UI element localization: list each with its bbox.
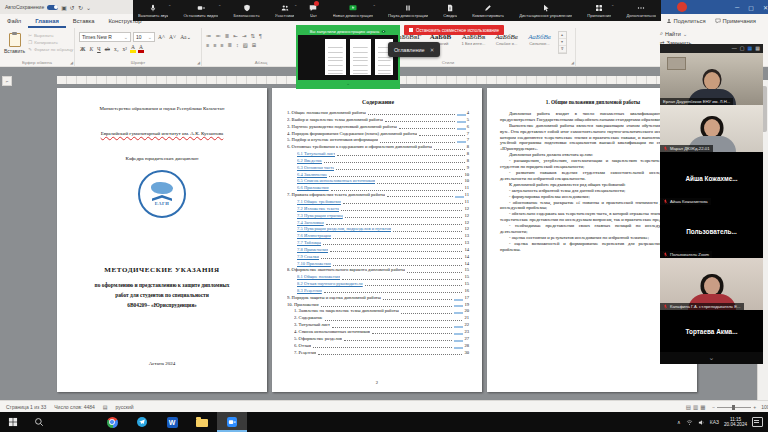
zoom-toolbar-summary-button[interactable]: Сводка [441,0,459,21]
maximize-button[interactable]: ▢ [748,4,754,11]
toc-entry[interactable]: 6.3 Основная часть9 [287,165,469,172]
toc-entry[interactable]: 7. Рецензия30 [287,350,469,357]
chevron-down-icon[interactable]: ⌄ [611,2,614,7]
toc-entry[interactable]: 3. Титульный лист22 [287,322,469,329]
comments-button[interactable]: Примечания [715,18,756,24]
participant-video-strip[interactable]: —▢▦▩ Ерлан Дауренбеков ЕНУ им. Л.Н...Мар… [660,44,763,364]
chevron-down-icon[interactable]: ⌄ [373,2,376,7]
toc-entry[interactable]: 7.4 Заголовки12 [287,220,469,227]
toc-entry[interactable]: 7.5 Нумерация разделов, подразделов и пу… [287,226,469,233]
styles-dialog-launcher-icon[interactable]: ◢ [571,60,574,65]
taskbar-search-button[interactable] [26,412,52,432]
account-avatar[interactable] [677,2,687,12]
document-page-2[interactable]: Содержание 1. Общие положения дипломной … [272,88,482,392]
save-icon[interactable]: ▣ [61,4,67,11]
toc-entry[interactable]: 5. Оформление разделов27 [287,336,469,343]
zoom-toolbar-pause-button[interactable]: Пауза демонстрации [386,0,430,21]
toc-entry[interactable]: 6. Отзыв28 [287,343,469,350]
zoom-toolbar-chat-button[interactable]: Чат [307,0,319,21]
toc-entry[interactable]: 7. Правила оформления текста дипломной р… [287,192,469,199]
toc-entry[interactable]: 5. Подбор и изучение источников информац… [287,137,469,144]
page-count-status[interactable]: Страница 1 из 33 [6,404,46,410]
zoom-toolbar-shield-button[interactable]: Безопасность [231,0,261,21]
underline-button[interactable]: Ч [96,46,102,52]
copy-button[interactable]: ❐Копировать [28,40,73,45]
chevron-down-icon[interactable]: ⌄ [168,2,171,7]
bullet-list-button[interactable]: ≔ [206,33,211,39]
zoom-toolbar-more-button[interactable]: Дополнительно [624,0,657,21]
zoom-out-icon[interactable]: − [712,404,715,410]
zoom-slider-thumb[interactable] [732,405,735,410]
toc-entry[interactable]: 7.1 Общие требования11 [287,199,469,206]
toc-entry[interactable]: 4. Порядок формирования Содержания (план… [287,131,469,138]
toc-entry[interactable]: 9. Порядок защиты и оценка дипломной раб… [287,295,469,302]
toc-entry[interactable]: 8. Оформление окончательного варианта ди… [287,267,469,274]
toc-entry[interactable]: 6.2 Введение8 [287,158,469,165]
zoom-toolbar-remote-control-button[interactable]: Дистанционное управление [517,0,574,21]
font-name-select[interactable]: Times New R⌄ [79,32,131,42]
minimize-button[interactable]: ─ [735,4,739,10]
toc-entry[interactable]: 1. Заявление на закрепление темы дипломн… [287,308,469,315]
superscript-button[interactable]: x² [122,46,128,52]
zoom-toolbar-participants-button[interactable]: Участники⌄ [273,0,297,21]
proofing-icon[interactable]: ▤ [103,404,108,410]
toc-entry[interactable]: 3. Научное руководство подготовкой дипло… [287,124,469,131]
style-gallery-item[interactable]: АаБбВвСильное... [523,31,556,48]
participant-tile[interactable]: Марал ДЮЖд-22-01 [660,105,763,152]
borders-button[interactable]: ⊞ [252,42,257,48]
paste-button[interactable]: Вставить [4,30,25,57]
toc-entry[interactable]: 7.7 Таблицы13 [287,240,469,247]
word-count-status[interactable]: Число слов: 4484 [54,404,95,410]
decrease-indent-button[interactable]: ⇤ [233,33,238,39]
toc-entry[interactable]: 7.2 Изложение текста12 [287,206,469,213]
taskbar-word-button[interactable]: W [157,412,187,432]
toc-entry[interactable]: 7.9 Ссылки14 [287,254,469,261]
cut-button[interactable]: ✂Вырезать [28,33,73,38]
grow-font-button[interactable]: А˄ [157,34,166,40]
multilevel-list-button[interactable]: ≣ [225,33,230,39]
taskbar-zoom-button[interactable] [217,412,247,432]
toc-entry[interactable]: 6.5 Список использованных источников10 [287,178,469,185]
language-indicator[interactable]: КАЗ [710,419,719,425]
toc-entry[interactable]: 8.1 Общие положения15 [287,274,469,281]
align-right-button[interactable]: ≡ [220,42,223,48]
toc-entry[interactable]: 7.3 Нумерация страниц12 [287,213,469,220]
taskbar-chrome-button[interactable] [97,412,127,432]
chevron-down-icon[interactable]: ⌄ [294,2,297,7]
taskbar-clock[interactable]: 11:15 20.04.2024 [724,417,747,428]
language-status[interactable]: русский [116,404,134,410]
toc-entry[interactable]: 8.3 Рецензия16 [287,288,469,295]
align-left-button[interactable]: ≡ [206,42,209,48]
undo-icon[interactable]: ↺ [70,4,75,11]
paragraph-marks-button[interactable]: ¶ [259,33,262,39]
redo-icon[interactable]: ↻ [78,4,83,11]
toc-entry[interactable]: 6. Основные требования к содержанию и оф… [287,144,469,151]
change-case-button[interactable]: Аа⌄ [179,34,192,40]
close-icon[interactable]: ✕ [430,47,435,53]
toc-entry[interactable]: 7.8 Примечания14 [287,247,469,254]
toc-entry[interactable]: 6.6 Приложения11 [287,185,469,192]
sort-button[interactable]: ⇅ [250,33,255,39]
styles-gallery-scroll[interactable]: ▴▾⊽ [558,31,567,54]
toc-entry[interactable]: 2. Содержание21 [287,315,469,322]
strip-restore-icon[interactable]: ▢ [740,44,745,53]
bold-button[interactable]: Ж [79,46,86,52]
view-mode-buttons[interactable]: ▤▥▦ [686,404,708,410]
justify-button[interactable]: ≣ [227,42,232,48]
participant-tile[interactable]: Ерлан Дауренбеков ЕНУ им. Л.Н... [660,53,763,105]
participant-tile[interactable]: Канафина Г.А. ст.преподаватель Е... [660,258,763,310]
tray-expand-icon[interactable]: ∧ [677,419,681,425]
chevron-down-icon[interactable]: ⌄ [218,2,221,7]
participant-tile[interactable]: Тортаева Акма... [660,310,763,352]
quick-access-chevron-icon[interactable]: ⌄ [86,4,91,11]
autosave-toggle[interactable] [47,5,58,10]
notification-center-icon[interactable] [752,417,763,427]
stop-share-button[interactable]: Остановить совместное использование [404,25,504,35]
toc-entry[interactable]: 8.2 Отзыв научного руководителя15 [287,281,469,288]
tab-stop-selector[interactable]: ⌐ [2,76,12,86]
document-canvas[interactable]: Министерство образования и науки Республ… [0,80,768,400]
speaker-icon[interactable] [698,419,705,426]
toc-entry[interactable]: 7.6 Иллюстрации13 [287,233,469,240]
zoom-toolbar-mic-button[interactable]: Выключить звук⌄ [136,0,170,21]
numbered-list-button[interactable]: ≕ [215,33,220,39]
